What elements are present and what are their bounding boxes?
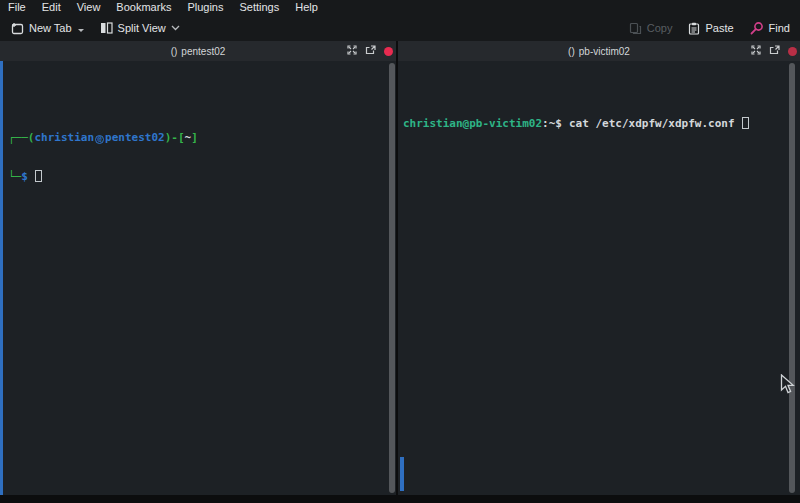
left-pane-header[interactable]: () pentest02 (0, 41, 396, 61)
left-pane-title: () pentest02 (171, 46, 226, 57)
close-view-button[interactable] (788, 47, 797, 56)
right-pane-header[interactable]: () pb-victim02 (398, 41, 800, 61)
terminal-pane-pentest02[interactable]: ┌──(christian@pentest02)-[~] └─$ (0, 61, 396, 495)
split-view-label: Split View (118, 22, 166, 34)
detach-tab-icon[interactable] (769, 45, 780, 57)
terminal-output: ┌──(christian@pentest02)-[~] └─$ (0, 100, 396, 209)
expand-view-icon[interactable] (347, 45, 357, 57)
split-view-chevron-icon (171, 25, 180, 31)
menu-view[interactable]: View (69, 0, 109, 15)
paste-label: Paste (705, 22, 733, 34)
right-pane-title: () pb-victim02 (568, 46, 630, 57)
split-view-icon (100, 22, 113, 34)
prompt-line-1: ┌──(christian@pentest02)-[~] (8, 131, 382, 144)
menu-help[interactable]: Help (287, 0, 326, 15)
menu-file[interactable]: File (0, 0, 34, 15)
konsole-window: { "menu": { "items": ["File", "Edit", "V… (0, 0, 800, 503)
left-pane-scrollbar[interactable] (389, 63, 395, 493)
prompt-line: christian@pb-victim02:~$cat /etc/xdpfw/x… (403, 117, 786, 130)
menu-bar: File Edit View Bookmarks Plugins Setting… (0, 0, 800, 15)
terminal-pane-pb-victim02[interactable]: christian@pb-victim02:~$cat /etc/xdpfw/x… (398, 61, 800, 495)
expand-view-icon[interactable] (751, 45, 761, 57)
terminal-cursor (742, 117, 749, 129)
split-view-button[interactable]: Split View (100, 22, 180, 34)
terminal-glyph-icon: () (171, 46, 178, 57)
new-tab-button[interactable]: New Tab (10, 22, 84, 35)
right-pane-scrollbar[interactable] (789, 63, 795, 493)
detach-tab-icon[interactable] (365, 45, 376, 57)
find-button[interactable]: Find (750, 21, 790, 35)
typed-command: cat /etc/xdpfw/xdpfw.conf (569, 117, 735, 130)
copy-button[interactable]: Copy (629, 22, 673, 35)
menu-settings[interactable]: Settings (231, 0, 287, 15)
new-tab-icon (10, 22, 24, 35)
kali-at-symbol: @ (95, 135, 104, 144)
terminal-glyph-icon: () (568, 46, 575, 57)
menu-bookmarks[interactable]: Bookmarks (108, 0, 179, 15)
scroll-highlight-bar (0, 61, 3, 495)
find-icon (750, 21, 764, 35)
paste-icon (688, 22, 700, 35)
prompt-line-2: └─$ (8, 170, 382, 183)
toolbar-right-group: Copy Paste Find (613, 21, 790, 35)
menu-edit[interactable]: Edit (34, 0, 69, 15)
find-label: Find (769, 22, 790, 34)
mouse-cursor (780, 374, 796, 399)
new-tab-label: New Tab (29, 22, 72, 34)
menu-plugins[interactable]: Plugins (179, 0, 231, 15)
copy-icon (629, 22, 642, 35)
new-tab-caret-icon (78, 29, 84, 32)
right-pane-header-actions (751, 41, 797, 61)
terminal-cursor (35, 170, 42, 182)
terminal-output: christian@pb-victim02:~$cat /etc/xdpfw/x… (398, 87, 800, 156)
left-pane-title-label: pentest02 (181, 46, 225, 57)
left-pane-header-actions (347, 41, 393, 61)
scroll-highlight-bar (400, 457, 404, 491)
main-toolbar: New Tab Split View Copy (0, 15, 800, 41)
close-view-button[interactable] (384, 47, 393, 56)
right-pane-title-label: pb-victim02 (579, 46, 630, 57)
paste-button[interactable]: Paste (688, 22, 733, 35)
copy-label: Copy (647, 22, 673, 34)
